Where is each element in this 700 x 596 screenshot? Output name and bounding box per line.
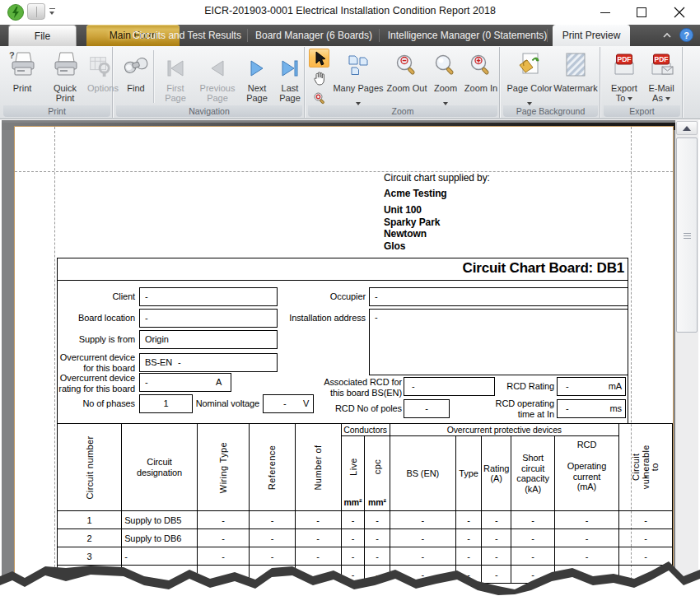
rcd-time-field: -ms [557, 399, 626, 418]
svg-text:?: ? [684, 30, 689, 40]
header-wiring-type: Wiring Type [197, 424, 249, 511]
ribbon-tab-bar: File Main Form Circuits and Test Results… [0, 25, 700, 46]
cell-value: - [482, 529, 511, 547]
last-page-button[interactable]: LastPage [275, 49, 305, 105]
phases-field: 1 [139, 394, 193, 413]
cell-value: - [390, 511, 455, 529]
title-bar: EICR-201903-0001 Electrical Installation… [0, 0, 700, 25]
first-page-button[interactable]: FirstPage [157, 49, 194, 105]
watermark-button[interactable]: Watermark [553, 49, 598, 105]
cell-value: - [511, 529, 555, 547]
quick-print-button[interactable]: QuickPrint [44, 49, 86, 105]
quick-print-icon [44, 49, 86, 78]
ocd-rating-field: -A [139, 373, 231, 392]
zoom-in-button[interactable]: Zoom In [463, 49, 499, 105]
group-title-page-background: Page Background [503, 105, 598, 117]
ribbon: ? Print QuickPrint [0, 46, 700, 119]
cell-value: - [618, 511, 672, 529]
options-button[interactable]: Options [87, 49, 112, 105]
rcd-time-label: RCD operatingtime at In [460, 398, 554, 419]
supply-label: Supply is from [15, 330, 135, 349]
board-title-box: Circuit Chart Board: DB1 [57, 258, 628, 281]
zoom-in-icon [463, 49, 499, 78]
zoom-region-tool-button[interactable] [309, 88, 329, 107]
supplier-name: Acme Testing [384, 188, 447, 199]
cell-value: - [618, 529, 672, 547]
scrollbar-thumb[interactable] [676, 137, 698, 333]
separator [153, 50, 154, 103]
cell-value: - [341, 529, 365, 547]
pointer-tool-button[interactable] [309, 49, 329, 68]
previous-page-button[interactable]: PreviousPage [196, 49, 239, 105]
cell-value: - [365, 529, 390, 547]
help-icon[interactable]: ? [679, 28, 693, 42]
header-number-of: Number of [295, 424, 341, 511]
header-live: Livemm² [341, 436, 365, 511]
cell-value: - [482, 511, 511, 529]
header-circuit-number: Circuit number [58, 424, 122, 511]
zoom-icon [430, 49, 461, 78]
board-title: Circuit Chart Board: DB1 [463, 260, 624, 277]
collapse-ribbon-icon[interactable] [662, 30, 672, 40]
group-title-navigation: Navigation [116, 105, 302, 117]
close-button[interactable] [665, 0, 693, 23]
client-field: - [139, 287, 278, 306]
pointer-icon [313, 51, 326, 66]
cell-circuit-number: 1 [58, 511, 122, 529]
svg-text:PDF: PDF [618, 55, 632, 63]
report-page: Circuit chart supplied by: Acme Testing … [14, 126, 674, 596]
cell-value: - [555, 529, 619, 547]
many-pages-button[interactable]: Many Pages [333, 49, 384, 105]
tab-print-preview[interactable]: Print Preview [553, 25, 630, 46]
maximize-button[interactable] [628, 0, 656, 23]
board-location-label: Board location [15, 309, 135, 328]
next-page-icon [240, 49, 273, 78]
supply-field: Origin [139, 330, 278, 349]
svg-text:?: ? [9, 50, 15, 60]
export-to-dropdown-icon [628, 97, 632, 100]
tab-circuits-and-test-results[interactable]: Circuits and Test Results [130, 25, 244, 46]
export-to-button[interactable]: PDF ExportTo [607, 49, 642, 105]
vertical-scrollbar[interactable] [675, 120, 698, 596]
zoom-region-icon [313, 91, 326, 105]
tab-intelligence-manager[interactable]: Intelligence Manager (0 Statements) [383, 25, 552, 46]
ocd-rating-label: Overcurrent devicerating for this board [15, 373, 135, 393]
header-circuit-vulnerable: Circuit vulnerable to- [618, 424, 672, 511]
tab-board-manager[interactable]: Board Manager (6 Boards) [252, 25, 376, 46]
print-icon: ? [3, 49, 41, 78]
zoom-out-button[interactable]: Zoom Out [385, 49, 428, 105]
email-as-button[interactable]: PDF E-MailAs [643, 49, 679, 105]
supplied-by-label: Circuit chart supplied by: [384, 172, 490, 184]
rcd-rating-field: -mA [557, 377, 626, 396]
hand-icon [312, 71, 327, 86]
watermark-icon [553, 49, 598, 78]
minimize-button[interactable] [591, 0, 619, 23]
cell-value: - [455, 529, 481, 547]
hand-tool-button[interactable] [309, 68, 329, 87]
cell-circuit-designation: Supply to DB5 [122, 511, 198, 529]
cell-value: - [511, 511, 555, 529]
board-location-field: - [139, 309, 278, 328]
ribbon-group-navigation: Find FirstPage PreviousPage NextPage La [114, 47, 305, 118]
page-color-button[interactable]: Page Color [506, 49, 553, 105]
cell-value: - [365, 511, 390, 529]
scrollbar-grip [684, 233, 691, 239]
voltage-field: -V [263, 394, 314, 413]
scrollbar-up-button[interactable] [676, 121, 698, 135]
cell-value: - [455, 511, 481, 529]
ribbon-group-zoom: Many Pages Zoom Out [306, 47, 500, 118]
group-title-export: Export [604, 105, 680, 117]
print-button[interactable]: ? Print [3, 49, 41, 105]
table-row: 2Supply to DB6----------- [58, 529, 673, 547]
header-type: Type [455, 436, 481, 511]
last-page-icon [275, 49, 305, 78]
tab-separator [247, 29, 248, 42]
header-rating: Rating(A) [482, 436, 511, 511]
report-document: Circuit chart supplied by: Acme Testing … [15, 127, 673, 596]
find-button[interactable]: Find [121, 49, 151, 105]
next-page-button[interactable]: NextPage [240, 49, 273, 105]
tab-file[interactable]: File [8, 25, 77, 46]
zoom-button[interactable]: Zoom [430, 49, 461, 105]
torn-edge [0, 556, 700, 596]
client-label: Client [15, 287, 135, 306]
